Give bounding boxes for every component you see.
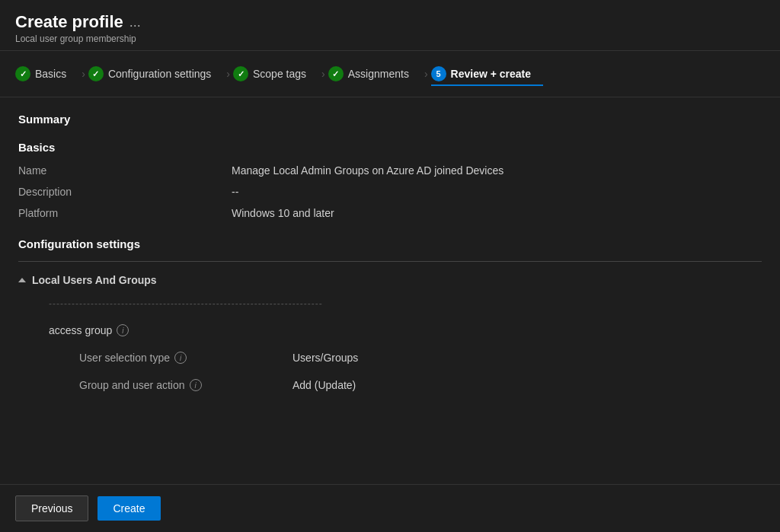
config-divider [18,261,762,262]
step-configuration-check-icon [88,66,104,81]
page-header: Create profile ... Local user group memb… [0,0,780,51]
config-section-title: Configuration settings [18,237,762,250]
step-basics[interactable]: Basics [15,62,78,86]
step-review-label: Review + create [451,68,531,80]
access-group-label: access group [49,324,112,336]
step-basics-check-icon [15,66,30,81]
basics-section-title: Basics [18,141,762,154]
field-description: Description -- [18,186,762,198]
step-configuration[interactable]: Configuration settings [88,62,223,86]
main-content: Summary Basics Name Manage Local Admin G… [0,97,780,484]
access-group-section: access group i User selection type i Use… [49,324,762,391]
step-sep-2: › [226,68,230,80]
step-assignments-label: Assignments [348,68,409,80]
chevron-up-icon [18,278,26,282]
previous-button[interactable]: Previous [15,495,88,521]
step-review[interactable]: 5 Review + create [431,62,543,86]
field-name: Name Manage Local Admin Groups on Azure … [18,164,762,177]
step-sep-3: › [321,68,325,80]
step-scope-label: Scope tags [253,68,306,80]
page-title: Create profile [15,12,123,32]
step-assignments-check-icon [328,66,344,81]
sub-field-group-action-label: Group and user action i [79,379,292,391]
sub-field-user-selection-value: Users/Groups [292,352,358,364]
field-name-label: Name [18,164,232,177]
sub-field-group-action: Group and user action i Add (Update) [79,379,762,391]
field-description-label: Description [18,186,232,198]
field-platform: Platform Windows 10 and later [18,207,762,219]
create-button[interactable]: Create [98,496,160,521]
wizard-steps: Basics › Configuration settings › Scope … [0,51,780,97]
header-more-options[interactable]: ... [129,14,141,30]
step-configuration-label: Configuration settings [108,68,211,80]
group-header[interactable]: Local Users And Groups [18,274,762,286]
field-description-value: -- [232,186,238,198]
access-group-label-row: access group i [49,324,762,336]
summary-title: Summary [18,113,762,126]
step-sep-1: › [82,68,85,80]
footer: Previous Create [0,484,780,532]
step-scope[interactable]: Scope tags [233,62,318,86]
field-platform-label: Platform [18,207,232,219]
step-assignments[interactable]: Assignments [328,62,421,86]
step-review-number-icon: 5 [431,66,446,81]
user-selection-info-icon[interactable]: i [174,352,187,364]
dashed-separator: ----------------------------------------… [49,298,762,309]
sub-field-group-action-value: Add (Update) [292,379,356,391]
step-scope-check-icon [233,66,248,81]
step-sep-4: › [424,68,428,80]
group-action-info-icon[interactable]: i [190,379,202,391]
page-subtitle: Local user group membership [15,33,765,44]
sub-field-user-selection-label: User selection type i [79,352,292,364]
step-basics-label: Basics [35,68,66,80]
field-platform-value: Windows 10 and later [232,207,334,219]
group-header-label: Local Users And Groups [32,274,157,286]
field-name-value: Manage Local Admin Groups on Azure AD jo… [232,164,503,177]
sub-field-user-selection: User selection type i Users/Groups [79,352,762,364]
config-section: Configuration settings Local Users And G… [18,237,762,391]
access-group-info-icon[interactable]: i [117,324,129,336]
